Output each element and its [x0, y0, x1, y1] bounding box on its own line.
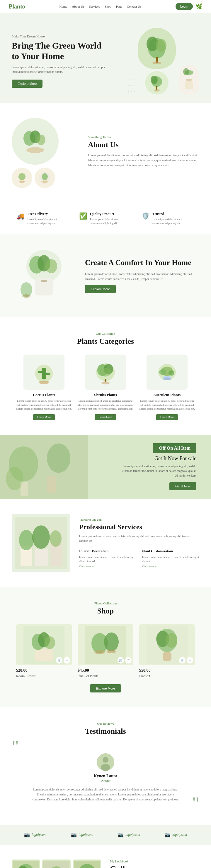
svg-point-60 — [50, 530, 61, 547]
sale-bg-plants — [0, 435, 88, 499]
svg-point-47 — [163, 377, 171, 380]
navbar: Planto Home About Us Services Shop Page … — [0, 0, 211, 13]
nav-link-page[interactable]: Page — [116, 5, 122, 8]
nav-link-about[interactable]: About Us — [72, 5, 84, 8]
comfort-plants-svg — [12, 249, 76, 301]
succulent-svg — [155, 359, 179, 385]
shop-img-2: 🛒 ♡ — [78, 624, 133, 665]
hero-explore-button[interactable]: Explore More — [12, 80, 43, 88]
service-interior: Interior Decoration Lorem ipsum dolor si… — [79, 549, 136, 568]
comfort-section: Create A Comfort In Your Home Lorem ipsu… — [0, 234, 211, 317]
shop-explore-button[interactable]: Explore More — [90, 684, 121, 692]
nav-logo[interactable]: Planto — [9, 3, 25, 10]
avatar-svg — [97, 753, 114, 771]
feature-trusted-title: Trusted — [152, 212, 194, 216]
testimonials-title: Testimonials — [12, 727, 199, 736]
shop-item-3-heart[interactable]: ♡ — [187, 657, 193, 663]
shop-title: Shop — [12, 607, 199, 616]
service-interior-desc: Lorem ipsum dolor sit amet, consectetur … — [79, 555, 136, 563]
feature-quality-desc: Lorem ipsum dolor sit amet, consectetur … — [90, 217, 132, 225]
gallery-img-2 — [42, 860, 70, 868]
nav-link-home[interactable]: Home — [59, 5, 67, 8]
feature-delivery-desc: Lorem ipsum dolor sit amet, consectetur … — [28, 217, 70, 225]
logos-strip: 📷 logoipsum 📷 logoipsum 📷 logoipsum 📷 lo… — [0, 825, 211, 845]
logo-item-2: 📷 logoipsum — [71, 832, 93, 838]
svg-point-6 — [151, 76, 158, 84]
nav-link-contact[interactable]: Contact Us — [127, 5, 141, 8]
succulent-desc: Lorem ipsum dolor sit amet, consectetur … — [139, 399, 195, 411]
sale-button[interactable]: Get It Now — [169, 482, 196, 490]
svg-point-4 — [152, 61, 161, 64]
login-button[interactable]: Login — [176, 3, 193, 10]
svg-rect-34 — [46, 373, 50, 375]
about-main-circle — [12, 118, 59, 165]
svg-point-59 — [32, 525, 50, 549]
services-title: Professional Services — [79, 523, 199, 531]
hero-plant-image-large — [138, 28, 176, 69]
shop-item-2-heart[interactable]: ♡ — [125, 657, 132, 663]
shrubs-desc: Lorem ipsum dolor sit amet, consectetur … — [78, 399, 133, 411]
hero-section: Make Your Dream House Bring The Green Wo… — [0, 13, 211, 103]
logo-text-2: logoipsum — [79, 833, 93, 837]
feature-quality-title: Quality Product — [90, 212, 132, 216]
logo-item-1: 📷 logoipsum — [24, 832, 46, 838]
shop-item-3-cart[interactable]: 🛒 — [179, 657, 185, 663]
svg-point-18 — [19, 173, 26, 180]
gallery-sub: My Lookbook — [110, 860, 199, 863]
shop-item-1-heart[interactable]: ♡ — [63, 657, 70, 663]
svg-rect-53 — [21, 482, 28, 496]
svg-rect-28 — [41, 280, 47, 282]
cactus-image — [23, 354, 64, 390]
logo-icon-1: 📷 — [24, 832, 30, 838]
delivery-icon: 🚚 — [17, 212, 25, 220]
svg-point-39 — [100, 368, 111, 376]
about-small-circle-1 — [12, 167, 32, 188]
nav-link-services[interactable]: Services — [89, 5, 100, 8]
comfort-text: Create A Comfort In Your Home Lorem ipsu… — [85, 258, 199, 293]
svg-point-45 — [168, 370, 174, 376]
shop-item-1-cart[interactable]: 🛒 — [56, 657, 62, 663]
cactus-learn-button[interactable]: Learn More — [33, 414, 55, 420]
feature-quality: ✅ Quality Product Lorem ipsum dolor sit … — [79, 212, 132, 225]
about-small-circles — [12, 167, 76, 188]
service-customization-name: Plant Customization — [142, 549, 199, 554]
trusted-icon: 🛡️ — [141, 212, 150, 220]
small-plant-svg — [149, 73, 165, 92]
svg-point-21 — [42, 173, 48, 180]
svg-point-41 — [101, 381, 110, 384]
service-customization-link[interactable]: Click Here → — [142, 565, 199, 568]
logo-icon-4: 📷 — [165, 832, 170, 838]
logo-text-4: logoipsum — [172, 833, 187, 837]
services-image — [12, 514, 70, 572]
category-shrubs: Shrubs Plants Lorem ipsum dolor sit amet… — [78, 354, 133, 420]
comfort-title: Create A Comfort In Your Home — [85, 258, 199, 267]
svg-point-10 — [183, 68, 189, 75]
sale-content: Off On All Item Get It Now For sale Lore… — [120, 435, 211, 499]
nav-links: Home About Us Services Shop Page Contact… — [59, 5, 141, 8]
shop-item-2-cart[interactable]: 🛒 — [117, 657, 124, 663]
gallery-plant-1 — [12, 861, 39, 868]
shrubs-learn-button[interactable]: Learn More — [95, 414, 116, 420]
svg-point-44 — [159, 369, 166, 375]
cactus-name: Cactus Plants — [16, 393, 72, 397]
svg-point-65 — [45, 636, 55, 649]
nav-link-shop[interactable]: Shop — [105, 5, 111, 8]
svg-point-77 — [103, 757, 108, 763]
svg-point-19 — [19, 181, 25, 183]
succulent-image — [147, 354, 188, 390]
category-cactus: Cactus Plants Lorem ipsum dolor sit amet… — [16, 354, 72, 420]
gallery-plant-3 — [74, 861, 100, 868]
services-sub: Thinking On You — [79, 518, 199, 521]
service-interior-link[interactable]: Click Here → — [79, 565, 136, 568]
service-customization-desc: Lorem ipsum dolor sit amet, consectetur … — [142, 555, 199, 563]
testimonial-role: Director — [12, 779, 199, 782]
succulent-learn-button[interactable]: Learn More — [156, 414, 178, 420]
shop-price-2: $45.00 — [78, 668, 133, 673]
vase-svg — [182, 68, 196, 92]
comfort-explore-button[interactable]: Explore More — [85, 285, 116, 293]
quality-icon: ✅ — [79, 212, 87, 220]
svg-point-68 — [104, 632, 119, 651]
shop-sub: Planto Collection — [12, 601, 199, 605]
quote-open-mark: " — [12, 739, 199, 753]
about-description: Lorem ipsum dolor sit amet, consectetur … — [88, 153, 199, 167]
